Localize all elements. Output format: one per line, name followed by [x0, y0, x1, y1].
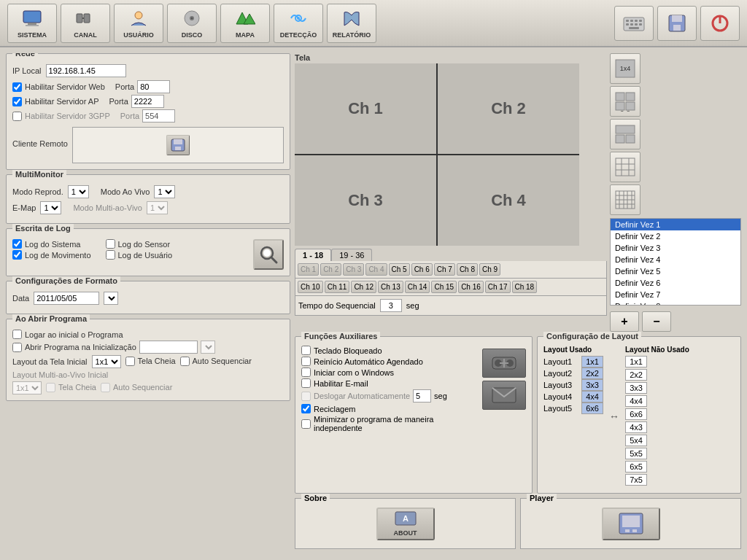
toolbar-btn-relatorio[interactable]: RELATÓRIO — [327, 4, 376, 43]
layout-select[interactable]: 1x12x24x4 — [92, 355, 121, 368]
data-input[interactable] — [34, 292, 99, 305]
data-format-select[interactable] — [104, 292, 118, 305]
layout-definir-item-7[interactable]: Definir Vez 8 — [611, 300, 740, 306]
ch8-btn[interactable]: Ch 8 — [457, 263, 478, 276]
ch13-btn[interactable]: Ch 13 — [378, 281, 403, 293]
tela-cheia-label: Tela Cheia — [138, 357, 176, 365]
tab-19-36[interactable]: 19 - 36 — [331, 249, 372, 261]
teclado-checkbox[interactable] — [301, 346, 311, 355]
web-porta-input[interactable] — [137, 80, 170, 93]
layout-definir-item-0[interactable]: Definir Vez 1 — [611, 219, 740, 230]
ch11-btn[interactable]: Ch 11 — [325, 281, 350, 293]
ch1-btn[interactable]: Ch 1 — [298, 263, 319, 276]
about-btn[interactable]: A ABOUT — [376, 508, 435, 540]
layout-1x1-btn[interactable]: 1x4 — [610, 53, 640, 84]
deslogar-label: Deslogar Automaticamente — [314, 392, 410, 400]
svg-text:1x4: 1x4 — [620, 65, 631, 72]
relatorio-label: RELATÓRIO — [333, 31, 371, 39]
ch6-btn[interactable]: Ch 6 — [411, 263, 433, 276]
logar-checkbox[interactable] — [12, 330, 22, 339]
emap-select[interactable]: 123 — [40, 201, 61, 214]
ch18-btn[interactable]: Ch 18 — [512, 281, 538, 293]
log-usuario-row: Log de Usuário — [106, 250, 173, 260]
seq-input[interactable] — [380, 299, 402, 312]
modo-reprod-input — [139, 341, 198, 354]
toolbar-btn-disco[interactable]: DISCO — [167, 4, 217, 43]
layout-6x6-btn[interactable]: 6x6 — [610, 184, 640, 215]
envelope-btn[interactable] — [482, 381, 526, 410]
3gpp-server-checkbox[interactable] — [12, 112, 22, 121]
layout-definir-item-6[interactable]: Definir Vez 7 — [611, 289, 740, 300]
modo-reprod-select[interactable]: 123 — [68, 185, 89, 198]
layout-definir-item-3[interactable]: Definir Vez 4 — [611, 254, 740, 265]
layout-definir-item-5[interactable]: Definir Vez 6 — [611, 277, 740, 289]
log-usuario-checkbox[interactable] — [106, 250, 115, 260]
reciclagem-checkbox[interactable] — [301, 404, 311, 413]
power-btn[interactable] — [700, 6, 740, 41]
left-panel: Rede IP Local Habilitar Servidor Web Por… — [6, 53, 290, 554]
log-movimento-checkbox[interactable] — [12, 250, 22, 260]
toolbar-btn-sistema[interactable]: SISTEMA — [7, 4, 57, 43]
toolbar-btn-canal[interactable]: CANAL — [61, 4, 110, 43]
email-checkbox[interactable] — [301, 378, 311, 388]
layout-definir-list[interactable]: Definir Vez 1Definir Vez 2Definir Vez 3D… — [610, 218, 741, 306]
player-btn[interactable] — [602, 508, 660, 540]
log-sistema-checkbox[interactable] — [12, 239, 22, 249]
tela-cheia-checkbox[interactable] — [125, 357, 135, 366]
joystick-btn[interactable] — [482, 349, 526, 378]
auto-seq2-label: Auto Sequenciar — [113, 383, 172, 392]
ch14-btn[interactable]: Ch 14 — [405, 281, 430, 293]
ao-abrir-content: Logar ao inicial o Programa Abrir Progra… — [12, 330, 284, 394]
toolbar-btn-mapa[interactable]: MAPA — [220, 4, 270, 43]
toolbar-btn-deteccao[interactable]: DETECÇÃO — [274, 4, 323, 43]
save-btn[interactable] — [657, 6, 697, 41]
modo-ao-vivo-select[interactable]: 123 — [154, 185, 175, 198]
ch16-btn[interactable]: Ch 16 — [458, 281, 484, 293]
layout-remove-btn[interactable]: − — [642, 311, 671, 332]
ch7-btn[interactable]: Ch 7 — [434, 263, 455, 276]
ch10-btn[interactable]: Ch 10 — [298, 281, 323, 293]
deslogar-input[interactable] — [413, 389, 431, 402]
ch9-btn[interactable]: Ch 9 — [479, 263, 500, 276]
ap-server-checkbox[interactable] — [12, 97, 22, 106]
config-formato-title: Configurações de Formato — [12, 276, 120, 285]
ao-abrir-title: Ao Abrir Programa — [12, 314, 90, 323]
ip-input[interactable] — [46, 64, 126, 77]
ap-porta-input[interactable] — [131, 95, 164, 108]
remote-save-btn[interactable] — [166, 135, 190, 155]
transfer-arrow[interactable]: ↔ — [608, 409, 621, 424]
svg-rect-70 — [622, 516, 640, 527]
player-title: Player — [527, 494, 557, 502]
ch17-btn[interactable]: Ch 17 — [485, 281, 511, 293]
layout-definir-item-2[interactable]: Definir Vez 3 — [611, 242, 740, 254]
ch3-btn[interactable]: Ch 3 — [343, 263, 364, 276]
toolbar-btn-usuario[interactable]: USUÁRIO — [114, 4, 163, 43]
screen-grid: Ch 1 Ch 2 Ch 3 Ch 4 — [295, 63, 579, 246]
minimizar-checkbox[interactable] — [301, 419, 311, 429]
log-sensor-checkbox[interactable] — [106, 239, 115, 249]
ch4-btn[interactable]: Ch 4 — [365, 263, 387, 276]
iniciar-windows-checkbox[interactable] — [301, 368, 311, 377]
reinicio-checkbox[interactable] — [301, 357, 311, 366]
ch12-btn[interactable]: Ch 12 — [351, 281, 376, 293]
layout-definir-item-4[interactable]: Definir Vez 5 — [611, 265, 740, 277]
config-formato-section: Configurações de Formato Data — [6, 281, 290, 314]
layout-definir-item-1[interactable]: Definir Vez 2 — [611, 230, 740, 242]
ch5-btn[interactable]: Ch 5 — [389, 263, 410, 276]
ch2-btn[interactable]: Ch 2 — [320, 263, 341, 276]
layout-2x2-btn[interactable]: 2x2 — [610, 86, 640, 117]
abrir-init-checkbox[interactable] — [12, 343, 22, 352]
layout-3x3-btn[interactable]: 3x4 — [610, 119, 640, 149]
ch15-btn[interactable]: Ch 15 — [431, 281, 457, 293]
keyboard-btn[interactable] — [614, 6, 654, 41]
magnify-btn[interactable] — [253, 239, 284, 270]
ch-row2: Ch 10 Ch 11 Ch 12 Ch 13 Ch 14 Ch 15 Ch 1… — [295, 279, 607, 296]
auto-seq-checkbox[interactable] — [180, 357, 190, 366]
tab-1-18[interactable]: 1 - 18 — [295, 249, 331, 261]
web-server-checkbox[interactable] — [12, 82, 22, 92]
layout-4x4-btn[interactable]: 4x4 — [610, 152, 640, 182]
sobre-box: Sobre A ABOUT — [295, 498, 516, 549]
ch-tabs: 1 - 18 19 - 36 — [295, 249, 607, 261]
tela-cheia2-label: Tela Cheia — [58, 383, 96, 392]
layout-add-btn[interactable]: + — [610, 311, 639, 332]
